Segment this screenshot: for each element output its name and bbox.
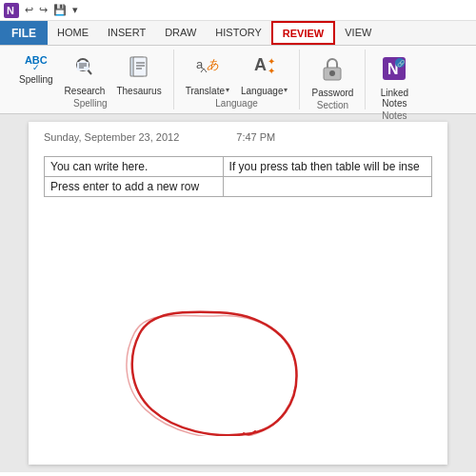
thesaurus-icon (129, 55, 149, 84)
ribbon-group-section: Password Section (300, 50, 366, 109)
table-cell-2-2[interactable] (223, 177, 431, 197)
translate-icon: a あ (195, 55, 220, 84)
tab-insert[interactable]: INSERT (98, 21, 155, 45)
language-dropdown-arrow: ▾ (284, 86, 288, 94)
research-label: Research (65, 86, 106, 96)
table-cell-1-1[interactable]: You can write here. (45, 157, 224, 177)
notes-items: N 🔗 Linked Notes (377, 50, 412, 110)
tab-review[interactable]: REVIEW (271, 21, 335, 45)
password-button[interactable]: Password (307, 53, 357, 100)
svg-text:🔗: 🔗 (397, 59, 406, 68)
save-button[interactable]: 💾 (51, 4, 69, 16)
language-icon: A ✦ ✦ (252, 55, 277, 84)
page-area: Sunday, September 23, 2012 7:47 PM You c… (0, 114, 476, 472)
translate-dropdown-arrow: ▾ (226, 86, 229, 94)
password-label: Password (311, 88, 353, 98)
linked-notes-label: Linked Notes (381, 88, 408, 109)
language-items: a あ Translate ▾ A ✦ ✦ (182, 50, 292, 98)
thesaurus-button[interactable]: Thesaurus (112, 53, 165, 98)
circle-drawing (105, 293, 314, 436)
date-line: Sunday, September 23, 2012 7:47 PM (44, 131, 432, 143)
password-icon (321, 55, 344, 86)
page-content: Sunday, September 23, 2012 7:47 PM You c… (29, 122, 447, 465)
ribbon-group-spelling: ABC ✓ Spelling Resea (8, 50, 174, 109)
undo-button[interactable]: ↩ (23, 4, 35, 16)
tab-draw[interactable]: DRAW (155, 21, 206, 45)
spelling-icon: ABC ✓ (25, 55, 48, 72)
svg-text:a: a (196, 57, 204, 71)
svg-text:✦: ✦ (268, 66, 275, 76)
page-time: 7:47 PM (236, 131, 275, 143)
table-cell-2-1[interactable]: Press enter to add a new row (45, 177, 224, 197)
tab-view[interactable]: VIEW (335, 21, 381, 45)
research-button[interactable]: Research (61, 53, 109, 98)
dropdown-button[interactable]: ▾ (70, 4, 80, 16)
table-row: Press enter to add a new row (45, 177, 432, 197)
svg-text:あ: あ (207, 57, 219, 71)
quick-access-toolbar: ↩ ↪ 💾 ▾ (23, 4, 80, 16)
spelling-group-label: Spelling (73, 98, 108, 110)
thesaurus-label: Thesaurus (116, 86, 161, 96)
app-icon: N (4, 3, 19, 18)
tab-history[interactable]: HISTORY (206, 21, 271, 45)
spelling-label: Spelling (19, 74, 53, 85)
redo-button[interactable]: ↪ (37, 4, 50, 16)
research-icon (74, 55, 95, 84)
section-group-label: Section (317, 100, 348, 112)
translate-label: Translate (186, 86, 225, 96)
hand-drawn-circle (105, 293, 333, 446)
language-label: Language (241, 86, 284, 96)
tab-file[interactable]: FILE (0, 21, 48, 45)
title-bar-icons: N (4, 3, 19, 18)
svg-point-19 (329, 70, 335, 76)
table-cell-1-2[interactable]: If you press tab then table will be inse (223, 157, 431, 177)
svg-rect-9 (133, 57, 147, 76)
ribbon-content: ABC ✓ Spelling Resea (0, 46, 476, 114)
section-items: Password (307, 50, 357, 100)
ribbon-group-notes: N 🔗 Linked Notes Notes (366, 50, 423, 109)
page-date: Sunday, September 23, 2012 (44, 131, 179, 143)
table-row: You can write here. If you press tab the… (45, 157, 432, 177)
ribbon-group-language: a あ Translate ▾ A ✦ ✦ (174, 50, 301, 109)
linked-notes-button[interactable]: N 🔗 Linked Notes (377, 53, 412, 110)
language-button[interactable]: A ✦ ✦ Language ▾ (237, 53, 292, 98)
linked-notes-icon: N 🔗 (381, 55, 407, 86)
language-group-label: Language (215, 98, 258, 110)
title-bar: N ↩ ↪ 💾 ▾ (0, 0, 476, 21)
ribbon-tabs: FILE HOME INSERT DRAW HISTORY REVIEW VIE… (0, 21, 476, 46)
spelling-button[interactable]: ABC ✓ Spelling (15, 53, 57, 87)
svg-text:N: N (7, 5, 14, 16)
tab-home[interactable]: HOME (48, 21, 98, 45)
spelling-items: ABC ✓ Spelling Resea (15, 50, 166, 98)
svg-text:A: A (254, 55, 267, 74)
translate-button[interactable]: a あ Translate ▾ (182, 53, 233, 98)
note-table[interactable]: You can write here. If you press tab the… (44, 156, 432, 197)
